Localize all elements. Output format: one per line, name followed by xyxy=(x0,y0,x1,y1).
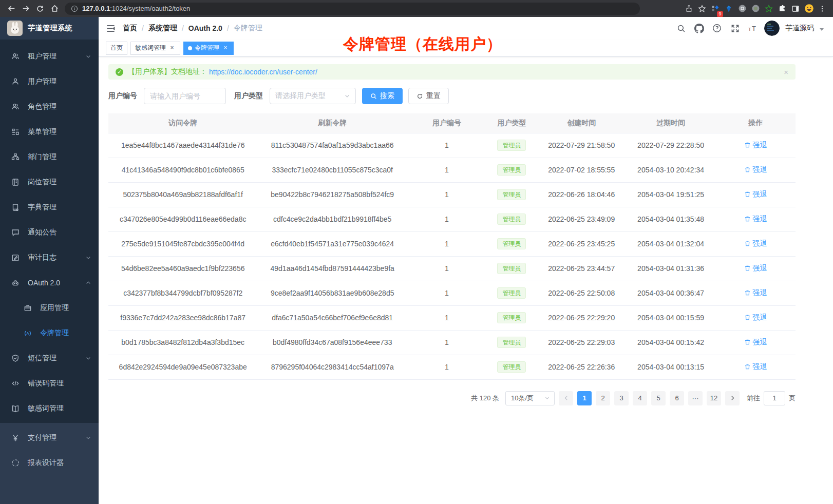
access-token-cell: 502375b8040a469a9b82188afdf6af1f xyxy=(108,182,257,207)
force-logout-button[interactable]: 强退 xyxy=(744,190,767,199)
next-page-button[interactable] xyxy=(725,391,740,405)
force-logout-button[interactable]: 强退 xyxy=(744,338,767,347)
sidebar-item-sensitive[interactable]: 敏感词管理 xyxy=(0,396,99,421)
user-type-select[interactable]: 请选择用户类型 xyxy=(270,88,356,104)
tab-敏感词管理[interactable]: 敏感词管理× xyxy=(130,42,180,55)
page-button-3[interactable]: 3 xyxy=(614,391,629,405)
app-logo-image xyxy=(7,21,23,36)
user-id-cell: 1 xyxy=(407,281,486,305)
user-type-badge: 管理员 xyxy=(497,287,526,299)
star-extension-icon[interactable] xyxy=(762,2,775,16)
sidebar-item-dept[interactable]: 部门管理 xyxy=(0,144,99,169)
force-logout-button[interactable]: 强退 xyxy=(744,288,767,298)
command-extension-icon[interactable] xyxy=(735,2,749,16)
browser-home-icon[interactable] xyxy=(47,2,62,16)
force-logout-button[interactable]: 强退 xyxy=(744,165,767,175)
user-avatar[interactable] xyxy=(764,21,780,36)
address-bar[interactable]: 127.0.0.1:1024/system/oauth2/token xyxy=(65,3,640,15)
doc-link[interactable]: https://doc.iocoder.cn/user-center/ xyxy=(209,68,317,76)
user-type-badge: 管理员 xyxy=(497,189,526,200)
site-info-icon[interactable] xyxy=(71,5,78,12)
sidebar-item-user[interactable]: 用户管理 xyxy=(0,69,99,94)
force-logout-label: 强退 xyxy=(752,313,767,322)
browser-menu-icon[interactable] xyxy=(816,2,829,16)
side-panel-icon[interactable] xyxy=(789,2,802,16)
breadcrumb-item[interactable]: OAuth 2.0 xyxy=(188,24,222,32)
sidebar-item-menu[interactable]: 菜单管理 xyxy=(0,119,99,144)
username[interactable]: 芋道源码 xyxy=(785,24,814,33)
navbar: 首页/系统管理/OAuth 2.0/令牌管理 TT 芋道源码 xyxy=(99,17,833,40)
sidebar-item-log[interactable]: 审计日志 xyxy=(0,245,99,270)
create-time-cell: 2022-06-25 23:44:57 xyxy=(537,256,626,281)
sidebar-collapse-icon[interactable] xyxy=(106,24,116,33)
search-button[interactable]: 搜索 xyxy=(362,88,403,104)
tab-令牌管理[interactable]: 令牌管理× xyxy=(183,42,234,55)
expire-time-cell: 2054-03-04 19:51:25 xyxy=(626,182,715,207)
extensions-puzzle-icon[interactable] xyxy=(775,2,789,16)
sidebar-item-tenant[interactable]: 租户管理 xyxy=(0,44,99,69)
sidebar-item-label: 角色管理 xyxy=(28,102,91,111)
help-icon[interactable] xyxy=(710,22,724,35)
sidebar-item-pay[interactable]: 支付管理 xyxy=(0,425,99,450)
sidebar-item-label: 租户管理 xyxy=(28,52,77,61)
chevron-down-icon[interactable] xyxy=(820,28,824,31)
font-size-icon[interactable]: TT xyxy=(746,22,760,35)
sidebar-item-dict[interactable]: 字典管理 xyxy=(0,195,99,220)
tab-close-icon[interactable]: × xyxy=(222,45,229,52)
log-icon xyxy=(11,254,20,262)
page-button-4[interactable]: 4 xyxy=(633,391,647,405)
extension-tabs-icon[interactable]: 9 xyxy=(709,2,722,16)
profile-avatar-icon[interactable] xyxy=(802,2,816,16)
page-button-5[interactable]: 5 xyxy=(651,391,666,405)
browser-reload-icon[interactable] xyxy=(33,2,47,16)
sidebar-item-app[interactable]: 应用管理 xyxy=(0,295,99,320)
sidebar-item-oauth[interactable]: OAuth 2.0 xyxy=(0,270,99,295)
breadcrumb-item: 令牌管理 xyxy=(234,24,262,33)
page-size-select[interactable]: 10条/页 xyxy=(505,391,555,405)
breadcrumb-item[interactable]: 首页 xyxy=(123,24,137,33)
user-id-input[interactable] xyxy=(144,88,226,104)
sidebar-item-sms[interactable]: 短信管理 xyxy=(0,345,99,371)
browser-forward-icon[interactable] xyxy=(18,2,33,16)
user-id-cell: 1 xyxy=(407,256,486,281)
bookmark-star-icon[interactable] xyxy=(695,2,709,16)
tab-首页[interactable]: 首页 xyxy=(106,42,127,55)
sidebar-item-report[interactable]: 报表设计器 xyxy=(0,450,99,475)
sidebar-item-errcode[interactable]: 错误码管理 xyxy=(0,371,99,396)
sidebar-item-role[interactable]: 角色管理 xyxy=(0,94,99,119)
sidebar-item-token[interactable]: A令牌管理 xyxy=(0,320,99,345)
github-icon[interactable] xyxy=(692,22,706,35)
reset-button[interactable]: 重置 xyxy=(408,88,449,104)
user-id-cell: 1 xyxy=(407,355,486,379)
force-logout-button[interactable]: 强退 xyxy=(744,362,767,372)
dict-icon xyxy=(11,203,20,211)
url-text: 127.0.0.1:1024/system/oauth2/token xyxy=(82,5,190,12)
page-button-1[interactable]: 1 xyxy=(577,391,592,405)
goto-page-input[interactable] xyxy=(764,391,785,405)
prev-page-button[interactable] xyxy=(559,391,573,405)
table-row: 6d842e2924594de9a09e45e087323abe8796295f… xyxy=(108,355,796,379)
force-logout-button[interactable]: 强退 xyxy=(744,215,767,224)
record-extension-icon[interactable] xyxy=(749,2,762,16)
tab-close-icon[interactable]: × xyxy=(168,45,176,52)
app-logo[interactable]: 芋道管理系统 xyxy=(0,17,99,40)
share-icon[interactable] xyxy=(682,2,695,16)
sidebar-item-notice[interactable]: 通知公告 xyxy=(0,220,99,245)
force-logout-button[interactable]: 强退 xyxy=(744,313,767,322)
force-logout-button[interactable]: 强退 xyxy=(744,264,767,273)
active-dot xyxy=(188,46,192,50)
sidebar-menu-bottom: 支付管理报表设计器 xyxy=(0,423,99,504)
page-ellipsis[interactable]: ··· xyxy=(688,391,703,405)
breadcrumb-item[interactable]: 系统管理 xyxy=(148,24,177,33)
gem-extension-icon[interactable] xyxy=(722,2,735,16)
browser-back-icon[interactable] xyxy=(4,2,18,16)
sidebar-item-post[interactable]: 岗位管理 xyxy=(0,169,99,195)
force-logout-button[interactable]: 强退 xyxy=(744,239,767,248)
fullscreen-icon[interactable] xyxy=(728,22,742,35)
page-button-2[interactable]: 2 xyxy=(596,391,610,405)
force-logout-button[interactable]: 强退 xyxy=(744,141,767,150)
page-button-6[interactable]: 6 xyxy=(670,391,684,405)
search-icon[interactable] xyxy=(674,22,688,35)
alert-close-icon[interactable]: × xyxy=(784,68,788,76)
page-button-12[interactable]: 12 xyxy=(707,391,721,405)
